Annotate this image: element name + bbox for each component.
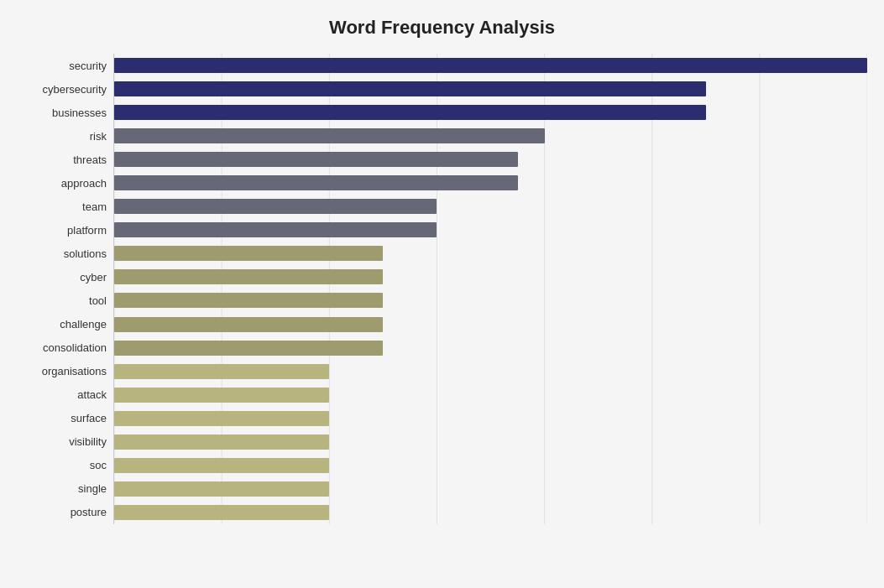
y-label: platform — [67, 225, 107, 236]
bar — [114, 222, 437, 237]
bar — [114, 364, 329, 379]
bar — [114, 293, 383, 308]
y-label: threats — [73, 154, 107, 165]
bar — [114, 152, 518, 167]
bar — [114, 341, 383, 356]
bar — [114, 199, 437, 214]
bar — [114, 434, 329, 450]
y-label: cybersecurity — [42, 84, 107, 95]
bar — [114, 269, 383, 284]
bar-row — [114, 221, 867, 239]
bar-row — [114, 268, 867, 286]
y-label: attack — [77, 389, 107, 400]
bar-row — [114, 244, 867, 263]
y-axis-labels: securitycybersecuritybusinessesriskthrea… — [17, 54, 113, 524]
bar — [114, 128, 545, 143]
y-label: challenge — [60, 319, 107, 330]
y-label: solutions — [64, 248, 107, 259]
bar-row — [114, 127, 867, 145]
bar — [114, 388, 329, 403]
bar-row — [114, 339, 867, 357]
y-label: posture — [71, 507, 107, 518]
bar-row — [114, 150, 867, 169]
bar-row — [114, 103, 867, 122]
bar-row — [114, 197, 867, 216]
bar-row — [114, 386, 867, 404]
bar — [114, 246, 383, 261]
bar — [114, 411, 329, 426]
bar — [114, 458, 329, 473]
y-label: cyber — [80, 272, 107, 283]
y-label: visibility — [69, 436, 107, 447]
y-label: security — [69, 60, 107, 71]
y-label: approach — [61, 178, 107, 189]
bar — [114, 175, 518, 190]
bar-row — [114, 409, 867, 428]
y-label: single — [78, 483, 107, 494]
y-label: businesses — [52, 107, 107, 118]
bar — [114, 105, 706, 120]
chart-container: Word Frequency Analysis securitycybersec… — [0, 0, 884, 588]
chart-area: securitycybersecuritybusinessesriskthrea… — [17, 54, 867, 524]
bar — [114, 481, 329, 497]
bar — [114, 58, 867, 73]
plot-area — [113, 54, 867, 524]
bar-row — [114, 503, 867, 522]
bar-row — [114, 433, 867, 451]
y-label: soc — [90, 460, 107, 471]
bar-row — [114, 291, 867, 310]
bar — [114, 317, 383, 332]
bar-row — [114, 56, 867, 75]
y-label: organisations — [42, 366, 107, 377]
y-label: team — [82, 201, 107, 212]
bar-row — [114, 480, 867, 498]
y-label: tool — [89, 295, 107, 306]
bar-row — [114, 456, 867, 475]
y-label: surface — [71, 413, 107, 424]
bar-row — [114, 174, 867, 192]
bar — [114, 505, 329, 520]
y-label: consolidation — [43, 342, 107, 353]
y-label: risk — [90, 131, 107, 142]
bar — [114, 81, 706, 96]
bar-row — [114, 80, 867, 98]
chart-title: Word Frequency Analysis — [17, 17, 867, 39]
bar-row — [114, 315, 867, 334]
bar-row — [114, 362, 867, 381]
